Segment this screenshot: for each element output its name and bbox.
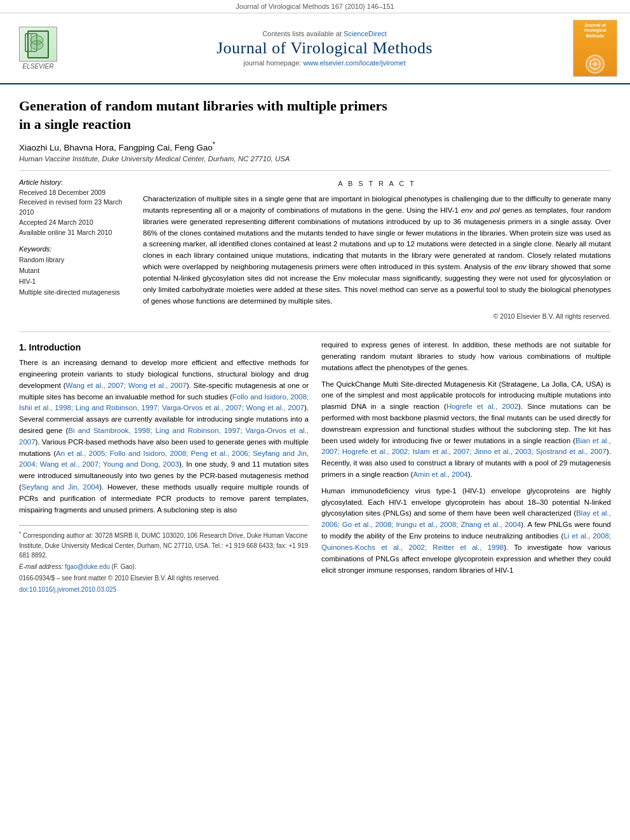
online-date: Available online 31 March 2010: [19, 228, 130, 238]
article-title: Generation of random mutant libraries wi…: [19, 97, 611, 133]
section-title-intro: 1. Introduction: [19, 342, 309, 352]
keywords-list: Random library Mutant HIV-1 Multiple sit…: [19, 255, 130, 297]
abstract-body-divider: [19, 331, 611, 332]
svg-point-3: [30, 41, 43, 50]
elsevier-wordmark: ELSEVIER: [23, 63, 54, 70]
svg-rect-0: [25, 34, 37, 51]
footnote-email: E-mail address: fgao@duke.edu (F. Gao).: [19, 562, 309, 571]
keyword-2: Mutant: [19, 265, 130, 276]
keyword-1: Random library: [19, 255, 130, 265]
homepage-link[interactable]: www.elsevier.com/locate/jviromet: [303, 59, 405, 67]
journal-title-block: Contents lists available at ScienceDirec…: [76, 30, 573, 67]
journal-citation: Journal of Virological Methods 167 (2010…: [236, 3, 394, 10]
article-content: Generation of random mutant libraries wi…: [0, 84, 630, 609]
intro-paragraph-right-1: required to express genes of interest. I…: [321, 340, 611, 373]
footnote-corresponding: * Corresponding author at: 30728 MSRB II…: [19, 530, 309, 559]
section-number: 1.: [19, 342, 27, 352]
keywords-block: Keywords: Random library Mutant HIV-1 Mu…: [19, 245, 130, 297]
science-direct-link[interactable]: ScienceDirect: [344, 30, 387, 37]
footnote-section: * Corresponding author at: 30728 MSRB II…: [19, 525, 309, 594]
elsevier-logo-block: ELSEVIER: [13, 27, 64, 70]
abstract-section: Article history: Received 18 December 20…: [19, 178, 611, 322]
journal-cover-thumbnail: Journal of Virological Methods: [573, 20, 617, 77]
contents-label: Contents lists available at: [262, 30, 342, 37]
footnote-doi: doi:10.1016/j.jviromet.2010.03.025: [19, 585, 309, 594]
svg-point-2: [30, 36, 43, 44]
keywords-title: Keywords:: [19, 245, 130, 253]
abstract-body: Characterization of multiple sites in a …: [143, 194, 611, 307]
body-section: 1. Introduction There is an increasing d…: [19, 340, 611, 596]
journal-header: ELSEVIER Contents lists available at Sci…: [0, 13, 630, 84]
svg-point-5: [593, 62, 597, 66]
affiliation-text: Human Vaccine Institute, Duke University…: [19, 155, 611, 163]
footnote-license: 0166-0934/$ – see front matter © 2010 El…: [19, 573, 309, 583]
corresponding-author-mark: *: [213, 141, 215, 148]
keyword-3: HIV-1: [19, 276, 130, 287]
cover-icon: [586, 55, 605, 74]
keyword-4: Multiple site-directed mutagenesis: [19, 287, 130, 298]
copyright-line: © 2010 Elsevier B.V. All rights reserved…: [143, 312, 611, 322]
header-divider: [19, 170, 611, 171]
journal-main-title: Journal of Virological Methods: [76, 39, 573, 58]
body-left-column: 1. Introduction There is an increasing d…: [19, 340, 309, 596]
science-direct-line: Contents lists available at ScienceDirec…: [76, 30, 573, 37]
intro-paragraph-right-2: The QuickChange Multi Site-directed Muta…: [321, 379, 611, 481]
article-history-block: Article history: Received 18 December 20…: [19, 178, 130, 238]
intro-paragraph-right-3: Human immunodeficiency virus type-1 (HIV…: [321, 486, 611, 577]
revised-date: Received in revised form 23 March 2010: [19, 197, 130, 218]
section-label: Introduction: [29, 342, 81, 352]
abstract-column: A B S T R A C T Characterization of mult…: [143, 178, 611, 322]
elsevier-tree-logo: [19, 27, 57, 62]
accepted-date: Accepted 24 March 2010: [19, 218, 130, 228]
received-date: Received 18 December 2009: [19, 188, 130, 198]
history-title: Article history:: [19, 178, 130, 186]
abstract-heading: A B S T R A C T: [143, 178, 611, 189]
homepage-label: journal homepage:: [243, 59, 301, 67]
left-metadata-column: Article history: Received 18 December 20…: [19, 178, 130, 322]
authors-text: Xiaozhi Lu, Bhavna Hora, Fangping Cai, F…: [19, 143, 213, 152]
body-right-column: required to express genes of interest. I…: [321, 340, 611, 596]
authors-line: Xiaozhi Lu, Bhavna Hora, Fangping Cai, F…: [19, 141, 611, 152]
cover-journal-name: Journal of Virological Methods: [584, 23, 607, 39]
journal-citation-bar: Journal of Virological Methods 167 (2010…: [0, 0, 630, 13]
journal-homepage: journal homepage: www.elsevier.com/locat…: [76, 59, 573, 67]
intro-paragraph-1: There is an increasing demand to develop…: [19, 357, 309, 516]
